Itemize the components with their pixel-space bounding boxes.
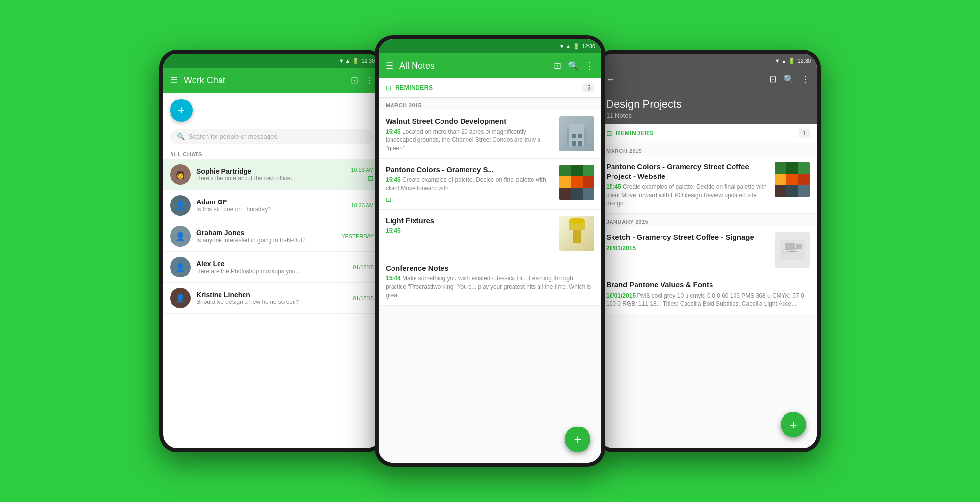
back-icon[interactable]: ← [606,75,615,84]
note-item[interactable]: Walnut Street Condo Development 15:45 Lo… [379,110,601,159]
dp-app-bar: ← ⊡ 🔍 ⋮ [599,68,817,91]
note-title: Pantone Colors - Gramercy Street Coffee … [606,162,770,181]
chat-item[interactable]: 👤 Alex Lee Here are the Photoshop mockup… [163,252,381,283]
chat-name: Adam GF [196,198,345,206]
chat-item[interactable]: 👤 Graham Jones Is anyone interested in g… [163,221,381,252]
note-thumbnail [775,162,810,197]
fab-icon: + [178,103,185,117]
note-title: Pantone Colors - Gramercy S... [386,165,554,175]
note-body: 16/01/2015 PMS cool grey 10 u cmyk: 0 0 … [606,292,810,308]
avatar: 👤 [170,288,191,308]
person-icon: 👤 [175,232,185,241]
chat-name: Alex Lee [196,260,347,268]
app-bar-2: ☰ All Notes ⊡ 🔍 ⋮ [379,53,601,78]
search-icon[interactable]: 🔍 [568,61,579,70]
note-text: Light Fixtures 15:45 [386,216,554,251]
phones-container: ▼ ▲ 🔋 12:30 ☰ Work Chat ⊡ ⋮ + 🔍 [118,30,862,472]
note-text: Pantone Colors - Gramercy S... 15:45 Cre… [386,165,554,203]
app-bar-1: ☰ Work Chat ⊡ ⋮ [163,68,381,93]
sketch-image [775,232,810,268]
chat-meta: 10:23 AM [351,202,374,208]
fab-button[interactable]: + [170,99,193,122]
chat-info: Alex Lee Here are the Photoshop mockups … [196,260,347,275]
note-item[interactable]: Pantone Colors - Gramercy S... 15:45 Cre… [379,159,601,210]
app-bar-title: Work Chat [184,75,351,86]
svg-rect-12 [785,243,795,250]
app-bar-title: All Notes [399,61,554,71]
avatar: 👤 [170,195,191,216]
page-title: Design Projects [606,98,810,111]
search-bar[interactable]: 🔍 Search for people or messages [170,129,374,144]
search-icon[interactable]: 🔍 [784,75,794,84]
avatar: 👤 [170,257,191,277]
time-display: 12:30 [797,58,811,64]
note-icon[interactable]: ⊡ [769,75,777,84]
status-bar-2: ▼ ▲ 🔋 12:30 [379,39,601,53]
fab-button-notes[interactable]: + [565,427,590,452]
note-body: 15:45 Located on more than 20 acres of m… [386,128,554,152]
chat-info: Adam GF Is this still due on Thursday? [196,198,345,213]
status-bar-1: ▼ ▲ 🔋 12:30 [163,54,381,68]
note-text: Walnut Street Condo Development 15:45 Lo… [386,116,554,152]
battery-icon: 🔋 [352,58,359,64]
chat-name: Graham Jones [196,229,336,237]
chat-info: Graham Jones Is anyone interested in goi… [196,229,336,244]
more-icon[interactable]: ⋮ [586,61,594,70]
reminder-icon: ⊡ [606,129,612,137]
reminders-bar[interactable]: ⊡ REMINDERS 5 [379,78,601,98]
palette-image [775,162,810,197]
note-title: Conference Notes [386,263,594,273]
person-icon: 👩 [175,170,185,179]
month-label: MARCH 2015 [379,98,601,110]
battery-icon: 🔋 [788,58,795,64]
phone-all-notes: ▼ ▲ 🔋 12:30 ☰ All Notes ⊡ 🔍 ⋮ ⊡ REMINDER… [375,35,605,467]
fab-button-dp[interactable]: + [781,412,806,437]
phone-work-chat: ▼ ▲ 🔋 12:30 ☰ Work Chat ⊡ ⋮ + 🔍 [159,50,385,452]
chat-time: 10:23 AM [351,202,374,208]
note-body: 15:45 [386,227,554,235]
time-display: 12:30 [361,58,375,64]
chat-name: Kristine Linehen [196,291,347,299]
note-icon[interactable]: ⊡ [554,61,561,70]
chat-time: 01/15/15 [353,264,374,270]
signal-icon: ▼ ▲ [775,58,787,64]
svg-rect-3 [578,134,582,138]
svg-rect-1 [569,124,584,146]
person-icon: 👤 [175,263,185,272]
note-title: Light Fixtures [386,216,554,226]
fab-icon: + [574,432,581,447]
dp-reminders-bar[interactable]: ⊡ REMINDERS 1 [599,124,817,143]
note-title: Sketch - Gramercy Street Coffee - Signag… [606,232,770,242]
note-text: Brand Pantone Values & Fonts 16/01/2015 … [606,280,810,308]
note-icon[interactable]: ⊡ [351,76,358,85]
more-icon[interactable]: ⋮ [365,76,374,85]
notes-content: MARCH 2015 Walnut Street Condo Developme… [379,98,601,463]
note-text: Conference Notes 15:44 Make something yo… [386,263,594,300]
svg-rect-5 [578,141,582,146]
note-item[interactable]: Sketch - Gramercy Street Coffee - Signag… [599,226,817,274]
chat-meta: YESTERDAY [342,233,374,239]
note-item[interactable]: Brand Pantone Values & Fonts 16/01/2015 … [599,274,817,314]
time-display: 12:30 [582,43,595,49]
menu-icon[interactable]: ☰ [170,76,178,85]
notes-count: 11 Notes [606,112,810,119]
svg-rect-2 [572,134,576,138]
note-item[interactable]: Pantone Colors - Gramercy Street Coffee … [599,156,817,214]
note-item[interactable]: Light Fixtures 15:45 [379,210,601,257]
person-icon: 👤 [175,294,185,303]
chat-item[interactable]: 👤 Kristine Linehen Should we design a ne… [163,283,381,314]
signal-icon: ▼ ▲ [559,43,571,49]
fab-icon: + [789,417,797,432]
note-item[interactable]: Conference Notes 15:44 Make something yo… [379,257,601,306]
more-icon[interactable]: ⋮ [801,75,810,84]
building-image [559,116,594,151]
person-icon: 👤 [175,201,185,210]
chat-info: Sophie Partridge Here's the note about t… [196,167,345,182]
svg-rect-4 [572,141,576,146]
chat-item[interactable]: 👤 Adam GF Is this still due on Thursday?… [163,190,381,221]
reminders-count: 5 [583,83,594,92]
menu-icon[interactable]: ☰ [386,61,393,70]
chat-list: 👩 Sophie Partridge Here's the note about… [163,159,381,448]
note-body: 28/01/2015 [606,244,770,252]
chat-item[interactable]: 👩 Sophie Partridge Here's the note about… [163,159,381,190]
